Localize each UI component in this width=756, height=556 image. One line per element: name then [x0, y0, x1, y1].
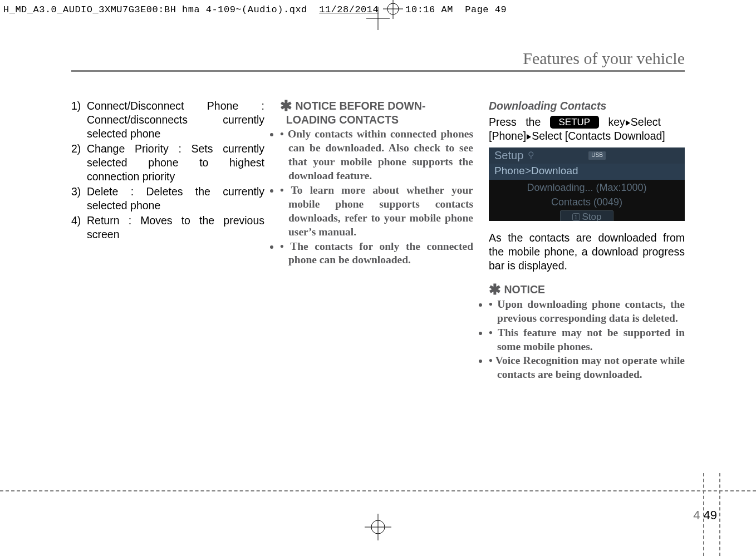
file-time: 10:16 AM: [405, 4, 453, 15]
list-item: Only contacts within connected phones ca…: [280, 127, 473, 183]
usb-badge-icon: USB: [588, 151, 606, 160]
screen-download-line2: Contacts (0049): [489, 194, 685, 209]
screen-breadcrumb: Phone>Download: [489, 164, 685, 179]
list-item: 3)Delete : Deletes the currently selecte…: [71, 185, 264, 213]
notice-bullets: Only contacts within connected phones ca…: [280, 127, 473, 268]
column-3: Downloading Contacts Press the SETUP key…: [489, 99, 685, 382]
file-date: 11/28/20: [319, 4, 367, 15]
reg-mark-bottom: [361, 510, 395, 546]
list-item: 4)Return : Moves to the previous screen: [71, 214, 264, 242]
notice-heading: ✱ NOTICE BEFORE DOWN- LOADING CONTACTS: [280, 99, 473, 127]
screen-download-line1: Downloading... (Max:1000): [489, 180, 685, 194]
title-rule: [71, 70, 685, 72]
arrow-right-icon: [527, 134, 531, 140]
screen-title: Setup: [494, 149, 523, 163]
list-item: This feature may not be supported in som…: [489, 326, 685, 354]
reg-mark-top: [366, 7, 390, 32]
content-area: 1)Connect/Disconnect Phone : Connect/dis…: [71, 99, 685, 382]
notice-bullets: Upon downloading phone contacts, the pre…: [489, 298, 685, 382]
arrow-right-icon: [626, 120, 630, 126]
list-item: Voice Recognition may not operate while …: [489, 354, 685, 382]
crop-dashed-horizontal: [0, 490, 756, 491]
list-item: 2)Change Priority : Sets currently selec…: [71, 142, 264, 184]
star-icon: ✱: [280, 97, 292, 114]
list-item: To learn more about whether your mobile …: [280, 184, 473, 239]
setup-key-icon: SETUP: [550, 116, 600, 129]
list-item: The contacts for only the connected phon…: [280, 240, 473, 268]
star-icon: ✱: [489, 281, 501, 298]
column-1: 1)Connect/Disconnect Phone : Connect/dis…: [71, 99, 264, 382]
paragraph: As the contacts are downloaded from the …: [489, 231, 685, 273]
instruction-line: Press the SETUP keySelect [Phone]Select …: [489, 115, 685, 143]
filename: H_MD_A3.0_AUDIO_3XMU7G3E00:BH hma 4-109~…: [3, 4, 307, 15]
num-badge-icon: 1: [572, 213, 580, 221]
file-page: Page 49: [465, 4, 507, 15]
head-unit-screenshot: Setup ⚲ USB Phone>Download Downloading..…: [489, 147, 685, 221]
list-item: Upon downloading phone contacts, the pre…: [489, 298, 685, 326]
bluetooth-icon: ⚲: [528, 150, 534, 161]
chapter-title: Features of your vehicle: [523, 49, 685, 68]
column-2: ✱ NOTICE BEFORE DOWN- LOADING CONTACTS O…: [280, 99, 473, 382]
screen-stop-button: 1Stop: [560, 210, 613, 221]
page-number: 449: [693, 508, 717, 523]
numbered-list: 1)Connect/Disconnect Phone : Connect/dis…: [71, 99, 264, 242]
list-item: 1)Connect/Disconnect Phone : Connect/dis…: [71, 99, 264, 141]
subsection-heading: Downloading Contacts: [489, 99, 685, 113]
notice-heading: ✱ NOTICE: [489, 283, 685, 297]
crop-dashed-vertical: [719, 473, 720, 556]
screen-statusbar: Setup ⚲ USB: [489, 147, 685, 164]
